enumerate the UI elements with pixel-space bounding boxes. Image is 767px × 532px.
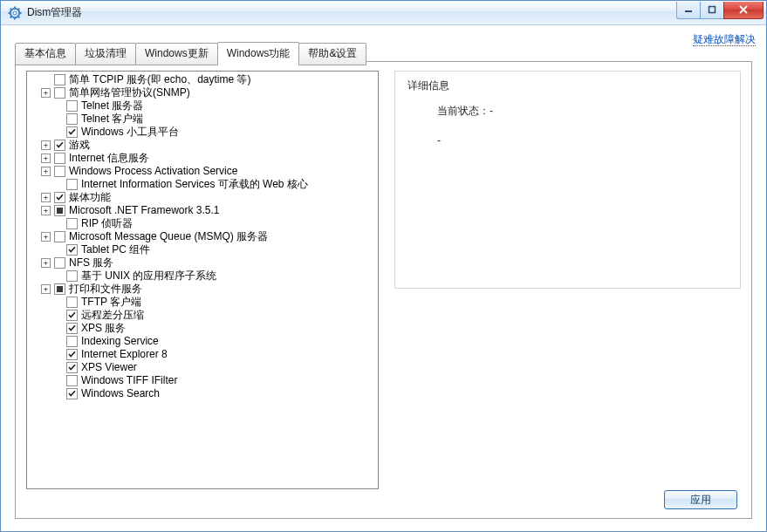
tree-item: XPS 服务: [29, 322, 376, 335]
tab-3[interactable]: Windows功能: [217, 42, 300, 65]
tree-node[interactable]: 远程差分压缩: [29, 309, 376, 322]
maximize-icon: [708, 5, 716, 14]
feature-label: Windows 小工具平台: [81, 126, 179, 139]
tree-node[interactable]: +打印和文件服务: [29, 283, 376, 296]
feature-checkbox[interactable]: [66, 336, 78, 347]
feature-checkbox[interactable]: [66, 113, 78, 125]
expand-plus-icon[interactable]: +: [41, 167, 51, 176]
feature-checkbox[interactable]: [66, 126, 78, 138]
expand-plus-icon[interactable]: +: [41, 140, 51, 150]
features-tree[interactable]: 简单 TCPIP 服务(即 echo、daytime 等)+简单网络管理协议(S…: [26, 71, 379, 489]
expand-plus-icon[interactable]: +: [41, 153, 51, 163]
tree-node[interactable]: +Windows Process Activation Service: [29, 165, 376, 178]
tree-item: +简单网络管理协议(SNMP): [29, 86, 376, 99]
troubleshoot-link-label: 疑难故障解决: [693, 33, 756, 46]
expand-spacer: [53, 310, 63, 320]
tree-node[interactable]: +Internet 信息服务: [29, 152, 376, 165]
feature-checkbox[interactable]: [54, 283, 65, 295]
feature-label: 远程差分压缩: [81, 309, 144, 322]
feature-checkbox[interactable]: [66, 323, 78, 334]
expand-plus-icon[interactable]: +: [41, 284, 51, 294]
tree-item: +Microsoft .NET Framework 3.5.1: [29, 204, 376, 217]
feature-checkbox[interactable]: [66, 388, 78, 399]
troubleshoot-link[interactable]: 疑难故障解决: [693, 32, 756, 47]
feature-checkbox[interactable]: [66, 310, 78, 321]
svg-line-7: [18, 8, 19, 9]
tree-item: RIP 侦听器: [29, 217, 376, 230]
feature-checkbox[interactable]: [66, 375, 78, 386]
tree-node[interactable]: XPS 服务: [29, 322, 376, 335]
tree-node[interactable]: Internet Explorer 8: [29, 348, 376, 361]
feature-checkbox[interactable]: [54, 192, 65, 203]
feature-label: Microsoft Message Queue (MSMQ) 服务器: [69, 230, 268, 243]
tab-1[interactable]: 垃圾清理: [75, 43, 136, 65]
feature-checkbox[interactable]: [54, 140, 65, 151]
feature-checkbox[interactable]: [54, 231, 65, 242]
feature-label: Windows TIFF IFilter: [81, 374, 177, 387]
feature-checkbox[interactable]: [66, 362, 78, 373]
tree-node[interactable]: 简单 TCPIP 服务(即 echo、daytime 等): [29, 73, 376, 86]
tree-item: +Internet 信息服务: [29, 152, 376, 165]
feature-label: Indexing Service: [81, 335, 159, 348]
close-icon: [738, 5, 749, 14]
feature-checkbox[interactable]: [54, 153, 65, 164]
feature-label: Internet Information Services 可承载的 Web 核…: [81, 178, 308, 191]
tree-node[interactable]: +NFS 服务: [29, 256, 376, 269]
tree-node[interactable]: 基于 UNIX 的应用程序子系统: [29, 269, 376, 283]
window-title: Dism管理器: [27, 5, 82, 20]
expand-plus-icon[interactable]: +: [41, 258, 51, 268]
tree-node[interactable]: +媒体功能: [29, 191, 376, 204]
titlebar[interactable]: Dism管理器: [1, 1, 766, 25]
svg-point-9: [13, 11, 17, 15]
tree-node[interactable]: +游戏: [29, 139, 376, 152]
feature-checkbox[interactable]: [54, 74, 65, 85]
tree-node[interactable]: Telnet 服务器: [29, 99, 376, 113]
tree-node[interactable]: RIP 侦听器: [29, 217, 376, 230]
feature-checkbox[interactable]: [66, 179, 78, 190]
feature-checkbox[interactable]: [54, 87, 65, 99]
feature-checkbox[interactable]: [54, 166, 65, 177]
expand-plus-icon[interactable]: +: [41, 88, 51, 98]
tree-node[interactable]: TFTP 客户端: [29, 296, 376, 309]
tab-2[interactable]: Windows更新: [135, 43, 218, 65]
feature-checkbox[interactable]: [54, 205, 65, 216]
close-button[interactable]: [723, 2, 764, 19]
tree-node[interactable]: Windows 小工具平台: [29, 126, 376, 139]
minimize-button[interactable]: [676, 2, 701, 19]
svg-rect-11: [709, 7, 716, 13]
feature-label: Internet 信息服务: [69, 152, 149, 165]
expand-spacer: [53, 180, 63, 189]
tree-node[interactable]: Tablet PC 组件: [29, 243, 376, 256]
expand-plus-icon[interactable]: +: [41, 206, 51, 215]
tree-node[interactable]: XPS Viewer: [29, 361, 376, 374]
feature-checkbox[interactable]: [66, 244, 78, 256]
feature-checkbox[interactable]: [66, 297, 78, 308]
expand-plus-icon[interactable]: +: [41, 193, 51, 202]
app-gear-icon: [8, 6, 22, 20]
expand-plus-icon[interactable]: +: [41, 232, 51, 242]
feature-checkbox[interactable]: [54, 257, 65, 269]
tree-node[interactable]: Windows TIFF IFilter: [29, 374, 376, 387]
feature-checkbox[interactable]: [66, 270, 78, 282]
tree-node[interactable]: +Microsoft Message Queue (MSMQ) 服务器: [29, 230, 376, 243]
expand-spacer: [53, 363, 63, 372]
expand-spacer: [53, 324, 63, 333]
tree-node[interactable]: Telnet 客户端: [29, 113, 376, 126]
feature-checkbox[interactable]: [66, 218, 78, 229]
tree-node[interactable]: Internet Information Services 可承载的 Web 核…: [29, 178, 376, 191]
tree-node[interactable]: +Microsoft .NET Framework 3.5.1: [29, 204, 376, 217]
apply-button[interactable]: 应用: [664, 490, 737, 509]
tab-0[interactable]: 基本信息: [15, 43, 76, 65]
tree-item: Telnet 服务器: [29, 99, 376, 113]
maximize-button[interactable]: [700, 2, 724, 19]
expand-spacer: [53, 219, 63, 228]
tree-node[interactable]: Indexing Service: [29, 335, 376, 348]
tree-node[interactable]: +简单网络管理协议(SNMP): [29, 86, 376, 99]
expand-spacer: [53, 376, 63, 385]
feature-checkbox[interactable]: [66, 349, 78, 360]
tab-4[interactable]: 帮助&设置: [298, 43, 366, 65]
feature-label: 简单网络管理协议(SNMP): [69, 86, 190, 99]
feature-checkbox[interactable]: [66, 100, 78, 112]
tabstrip: 基本信息垃圾清理Windows更新Windows功能帮助&设置: [15, 43, 366, 65]
tree-node[interactable]: Windows Search: [29, 387, 376, 400]
